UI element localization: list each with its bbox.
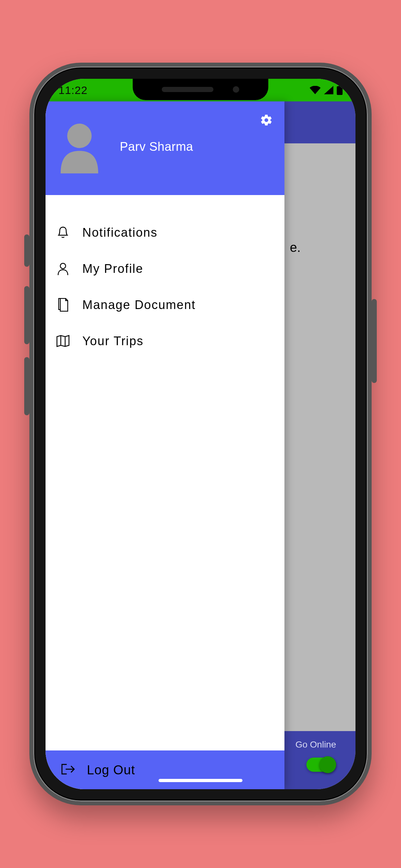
menu-label: My Profile xyxy=(82,262,143,276)
phone-screen: 11:22 e. Go Online xyxy=(45,79,356,789)
signal-icon xyxy=(324,86,334,94)
svg-rect-1 xyxy=(337,86,343,95)
menu-label: Notifications xyxy=(82,226,158,240)
phone-frame: 11:22 e. Go Online xyxy=(29,63,372,805)
wifi-icon xyxy=(310,86,320,94)
go-online-toggle[interactable] xyxy=(306,757,336,772)
menu-your-trips[interactable]: Your Trips xyxy=(55,323,284,359)
background-partial-text: e. xyxy=(290,240,301,255)
map-icon xyxy=(55,333,71,349)
page-background: 11:22 e. Go Online xyxy=(0,0,401,868)
person-icon xyxy=(55,261,71,276)
home-indicator[interactable] xyxy=(158,779,243,782)
go-online-label: Go Online xyxy=(296,740,336,750)
menu-label: Your Trips xyxy=(82,334,144,348)
phone-button-vol-up xyxy=(24,286,29,344)
phone-speaker xyxy=(162,87,213,92)
navigation-drawer: Parv Sharma xyxy=(45,101,284,789)
status-icons xyxy=(310,85,343,95)
document-icon xyxy=(55,297,71,313)
drawer-header: Parv Sharma xyxy=(45,101,284,195)
menu-label: Manage Document xyxy=(82,298,196,312)
phone-camera xyxy=(233,86,239,93)
svg-rect-0 xyxy=(339,85,341,86)
bell-icon xyxy=(55,225,71,240)
user-name: Parv Sharma xyxy=(120,140,193,154)
drawer-menu: Notifications My Profile xyxy=(45,195,284,750)
svg-point-3 xyxy=(60,263,66,269)
menu-manage-document[interactable]: Manage Document xyxy=(55,287,284,323)
toggle-knob xyxy=(319,756,336,773)
gear-icon xyxy=(260,114,273,127)
status-time: 11:22 xyxy=(58,84,88,97)
settings-button[interactable] xyxy=(259,113,274,127)
battery-icon xyxy=(337,85,343,95)
menu-notifications[interactable]: Notifications xyxy=(55,214,284,251)
avatar-icon xyxy=(55,122,104,175)
phone-button-power xyxy=(372,299,377,383)
phone-notch xyxy=(133,79,268,100)
menu-my-profile[interactable]: My Profile xyxy=(55,251,284,287)
phone-button-mute xyxy=(24,235,29,267)
phone-button-vol-down xyxy=(24,357,29,415)
logout-label: Log Out xyxy=(87,763,135,777)
logout-button[interactable]: Log Out xyxy=(45,750,284,789)
svg-point-2 xyxy=(67,124,92,148)
logout-icon xyxy=(60,763,75,777)
